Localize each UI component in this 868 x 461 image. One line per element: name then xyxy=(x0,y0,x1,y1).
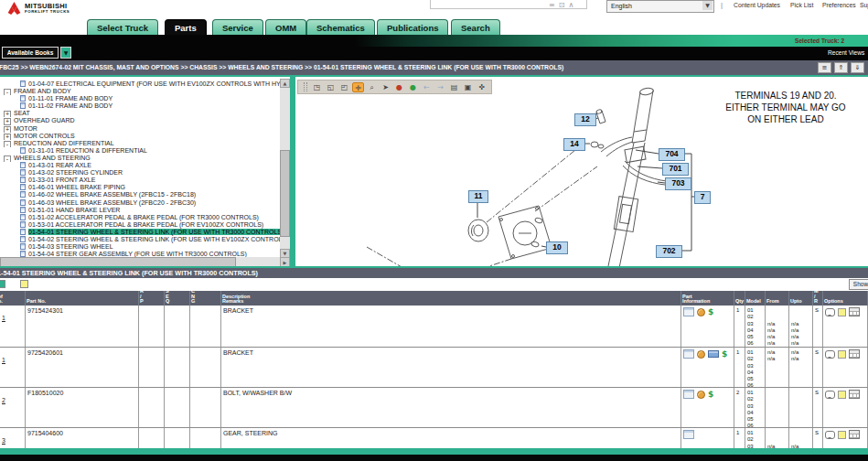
note-icon[interactable] xyxy=(838,431,846,439)
pick-list-link[interactable]: Pick List xyxy=(790,2,813,8)
price-icon[interactable] xyxy=(697,391,705,399)
quote-icon[interactable]: $ xyxy=(722,349,727,359)
recent-views-link[interactable]: Recent Views xyxy=(828,49,864,56)
zoom-in-icon[interactable]: ◳ xyxy=(311,82,323,92)
table-icon[interactable] xyxy=(849,430,860,439)
tab-publications[interactable]: Publications xyxy=(377,19,448,35)
tree-item[interactable]: 01-46-02 WHEEL BRAKE ASSEMBLY (2FBC15 - … xyxy=(0,191,280,198)
tree-item[interactable]: 01-43-02 STEERING CYLINDER xyxy=(0,169,280,177)
tab-omm[interactable]: OMM xyxy=(265,19,306,35)
callout-14[interactable]: 14 xyxy=(563,138,585,151)
comment-icon[interactable] xyxy=(825,308,835,316)
print-icon[interactable]: ▤ xyxy=(448,82,460,92)
comment-icon[interactable] xyxy=(825,431,835,439)
collapse-icon[interactable]: ∧ xyxy=(568,1,573,9)
back-icon[interactable]: ← xyxy=(421,82,433,92)
restore-icon[interactable]: ⊡ xyxy=(559,1,565,9)
tree-item[interactable]: -FRAME AND BODY xyxy=(0,88,280,95)
tree-item[interactable]: +OVERHEAD GUARD xyxy=(0,117,280,124)
tree-item[interactable]: 01-54-02 STEERING WHEEL & STEERING LINK … xyxy=(0,236,280,243)
page-down-icon[interactable]: ⇓ xyxy=(851,62,864,73)
export-icon[interactable]: ▣ xyxy=(462,82,474,92)
tree-item[interactable]: -REDUCTION AND DIFFERENTIAL xyxy=(0,140,280,147)
table-icon[interactable] xyxy=(849,307,860,316)
tree-item[interactable]: 01-51-01 HAND BRAKE LEVER xyxy=(0,207,280,214)
green-marker-icon[interactable]: ● xyxy=(407,82,419,92)
support-link[interactable]: Support xyxy=(860,2,868,8)
callout-701[interactable]: 701 xyxy=(662,163,689,176)
collapse-expander-icon[interactable]: - xyxy=(4,141,11,147)
comment-icon[interactable] xyxy=(825,350,835,359)
tree-item[interactable]: +MOTOR CONTROLS xyxy=(0,133,280,140)
tab-schematics[interactable]: Schematics xyxy=(306,19,375,35)
pan-tool-icon[interactable]: ✛ xyxy=(352,82,364,92)
expand-expander-icon[interactable]: + xyxy=(4,134,11,140)
document-icon[interactable] xyxy=(683,430,694,439)
tree-item[interactable]: -WHEELS AND STEERING xyxy=(0,155,280,162)
scrollbar-thumb[interactable] xyxy=(280,150,290,237)
page-up-icon[interactable]: ⇑ xyxy=(834,62,848,73)
price-icon[interactable] xyxy=(697,308,705,316)
tab-parts[interactable]: Parts xyxy=(165,19,207,35)
list-icon[interactable]: ≡ xyxy=(549,1,555,9)
content-updates-link[interactable]: Content Updates xyxy=(734,2,780,8)
tree-item[interactable]: +MOTOR xyxy=(0,125,280,133)
tree-item[interactable]: 01-04-07 ELECTRICAL EQUIPMENT (FOR USE W… xyxy=(0,80,280,88)
tab-search[interactable]: Search xyxy=(451,19,500,35)
tree-item[interactable]: 01-54-03 STEERING WHEEL xyxy=(0,243,280,251)
note-icon[interactable] xyxy=(838,350,846,359)
tree-item[interactable]: 01-54-04 STEER GEAR ASSEMBLY (FOR USE WI… xyxy=(0,251,280,257)
expand-expander-icon[interactable]: + xyxy=(4,126,11,133)
index-list-icon[interactable]: ≡ xyxy=(818,62,831,73)
document-icon[interactable] xyxy=(683,349,694,359)
tree-item[interactable]: 01-46-03 WHEEL BRAKE ASSEMBLY (2FBC20 - … xyxy=(0,199,280,207)
zoom-window-icon[interactable]: ◰ xyxy=(338,82,350,92)
tree-item[interactable]: 01-46-01 WHEEL BRAKE PIPING xyxy=(0,184,280,191)
toolbar-grip[interactable] xyxy=(304,82,307,91)
note-icon[interactable] xyxy=(838,391,846,399)
comment-icon[interactable] xyxy=(825,391,835,399)
tree-item[interactable]: +SEAT xyxy=(0,110,280,117)
table-icon[interactable] xyxy=(849,349,860,359)
document-icon[interactable] xyxy=(683,307,694,316)
callout-11[interactable]: 11 xyxy=(468,190,488,203)
callout-7[interactable]: 7 xyxy=(694,191,711,204)
quote-icon[interactable]: $ xyxy=(708,307,713,316)
select-arrow-icon[interactable]: ➤ xyxy=(380,82,391,92)
available-books-button[interactable]: Available Books xyxy=(2,47,59,59)
callout-703[interactable]: 703 xyxy=(665,177,691,190)
scroll-up-icon[interactable]: ▲ xyxy=(280,79,290,88)
quote-icon[interactable]: $ xyxy=(708,390,713,399)
callout-10[interactable]: 10 xyxy=(546,241,568,254)
collapse-expander-icon[interactable]: - xyxy=(4,155,11,162)
dropdown-arrow-icon[interactable]: ▼ xyxy=(60,47,71,59)
tree-item[interactable]: 01-43-01 REAR AXLE xyxy=(0,162,280,169)
tree-item[interactable]: 01-11-01 FRAME AND BODY xyxy=(0,95,280,102)
forward-icon[interactable]: → xyxy=(434,82,446,92)
note-icon[interactable] xyxy=(838,308,846,316)
red-marker-icon[interactable]: ● xyxy=(393,82,405,92)
zoom-out-icon[interactable]: ◱ xyxy=(325,82,337,92)
ref-link[interactable]: 1 xyxy=(2,357,5,363)
tree-item-selected[interactable]: 01-54-01 STEERING WHEEL & STEERING LINK … xyxy=(0,229,280,236)
collapse-expander-icon[interactable]: - xyxy=(4,89,11,95)
tree-item[interactable]: 01-31-01 REDUCTION & DIFFERENTIAL xyxy=(0,147,280,155)
tree-vertical-scrollbar[interactable]: ▲ ▼ xyxy=(280,79,290,258)
callout-12[interactable]: 12 xyxy=(574,113,596,126)
expand-expander-icon[interactable]: + xyxy=(4,111,11,117)
table-icon[interactable] xyxy=(849,390,860,399)
magnifier-icon[interactable]: ⌕ xyxy=(366,82,378,92)
document-icon[interactable] xyxy=(683,390,694,399)
show-button[interactable]: Show xyxy=(849,279,868,290)
tab-service[interactable]: Service xyxy=(212,19,263,35)
expand-expander-icon[interactable]: + xyxy=(4,118,11,124)
price-icon[interactable] xyxy=(697,350,705,359)
tree-item[interactable]: 01-33-01 FRONT AXLE xyxy=(0,177,280,184)
tree-item[interactable]: 01-11-02 FRAME AND BODY xyxy=(0,102,280,110)
callout-704[interactable]: 704 xyxy=(659,148,685,161)
callout-702[interactable]: 702 xyxy=(656,245,682,258)
locate-icon[interactable]: ✜ xyxy=(476,82,488,92)
card-icon[interactable] xyxy=(708,350,719,358)
tree-item[interactable]: 01-51-02 ACCELERATOR PEDAL & BRAKE PEDAL… xyxy=(0,214,280,221)
tree-item[interactable]: 01-53-01 ACCELERATOR PEDAL & BRAKE PEDAL… xyxy=(0,221,280,229)
